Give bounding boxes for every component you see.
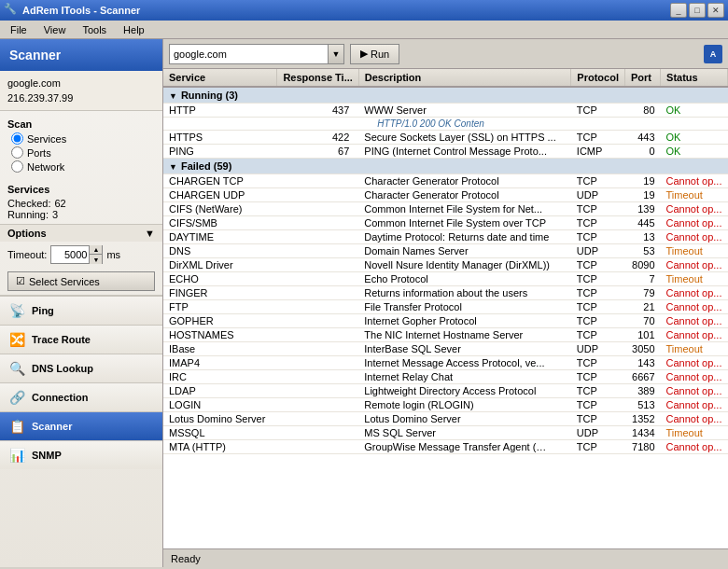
services-stats-section: Services Checked: 62 Running: 3 <box>0 176 162 224</box>
target-info: google.com 216.239.37.99 <box>0 71 162 111</box>
app-logo: A <box>704 45 722 63</box>
row-description: InterBase SQL Sever <box>358 342 571 356</box>
sidebar-title: Scanner <box>9 48 61 62</box>
scan-radio-services[interactable] <box>11 132 23 145</box>
menu-bar: File View Tools Help <box>0 21 728 39</box>
row-service: IBase <box>163 342 277 356</box>
menu-help[interactable]: Help <box>115 21 153 38</box>
row-status: Cannot op... <box>661 356 728 370</box>
trace-route-label: Trace Route <box>32 334 91 345</box>
row-status: Cannot op... <box>661 314 728 328</box>
url-dropdown-button[interactable]: ▼ <box>328 44 344 64</box>
row-protocol: TCP <box>571 398 625 412</box>
row-response <box>277 286 358 300</box>
table-row: ECHO Echo Protocol TCP 7 Timeout <box>163 272 728 286</box>
maximize-button[interactable]: □ <box>689 3 706 18</box>
scan-radio-ports[interactable] <box>11 146 23 159</box>
row-port: 79 <box>624 286 660 300</box>
menu-file[interactable]: File <box>2 21 35 38</box>
table-row: Lotus Domino Server Lotus Domino Server … <box>163 412 728 426</box>
scan-option-network[interactable]: Network <box>11 160 155 173</box>
table-group-row[interactable]: ▼Failed (59) <box>163 159 728 174</box>
row-response <box>277 370 358 384</box>
row-description: GroupWise Message Transfer Agent (… <box>358 440 571 454</box>
row-service: CHARGEN TCP <box>163 174 277 188</box>
results-table: Service Response Ti... Description Proto… <box>163 69 728 454</box>
minimize-button[interactable]: _ <box>670 3 687 18</box>
row-service: FTP <box>163 300 277 314</box>
scan-option-ports[interactable]: Ports <box>11 146 155 159</box>
sidebar-item-dns-lookup[interactable]: 🔍 DNS Lookup <box>0 354 162 382</box>
sidebar: Scanner google.com 216.239.37.99 Scan Se… <box>0 39 163 567</box>
table-row: LOGIN Remote login (RLOGIN) TCP 513 Cann… <box>163 398 728 412</box>
target-ip: 216.239.37.99 <box>7 90 155 105</box>
close-button[interactable]: ✕ <box>707 3 724 18</box>
timeout-down-button[interactable]: ▼ <box>89 255 102 264</box>
sidebar-item-trace-route[interactable]: 🔀 Trace Route <box>0 325 162 354</box>
timeout-input[interactable] <box>51 249 89 260</box>
row-port: 8090 <box>624 258 660 272</box>
sidebar-item-scanner[interactable]: 📋 Scanner <box>0 411 162 440</box>
row-status: OK <box>661 104 728 118</box>
row-status: Timeout <box>661 342 728 356</box>
row-protocol: TCP <box>571 440 625 454</box>
row-status: Cannot op... <box>661 300 728 314</box>
row-response: 437 <box>277 104 358 118</box>
select-services-button[interactable]: ☑ Select Services <box>7 271 155 291</box>
row-description: Daytime Protocol: Returns date and time <box>358 230 571 244</box>
url-input[interactable] <box>169 44 328 64</box>
row-response <box>277 244 358 258</box>
options-header[interactable]: Options ▼ <box>0 224 162 242</box>
row-protocol: TCP <box>571 174 625 188</box>
table-row: CHARGEN UDP Character Generator Protocol… <box>163 188 728 202</box>
options-chevron-icon: ▼ <box>145 228 155 239</box>
timeout-up-button[interactable]: ▲ <box>89 245 102 255</box>
trace-route-icon: 🔀 <box>7 330 26 349</box>
row-status: Cannot op... <box>661 440 728 454</box>
scan-label: Scan <box>7 118 155 130</box>
row-protocol: TCP <box>571 384 625 398</box>
row-service: MTA (HTTP) <box>163 440 277 454</box>
row-response <box>277 258 358 272</box>
table-row: HOSTNAMES The NIC Internet Hostname Serv… <box>163 328 728 342</box>
row-description: Common Internet File System over TCP <box>358 216 571 230</box>
row-response <box>277 426 358 440</box>
window-title: AdRem ITools - Scanner <box>22 5 670 16</box>
run-button[interactable]: ▶ Run <box>350 44 399 64</box>
menu-tools[interactable]: Tools <box>74 21 115 38</box>
row-protocol: TCP <box>571 286 625 300</box>
window-controls[interactable]: _ □ ✕ <box>670 3 724 18</box>
scan-radio-network[interactable] <box>11 160 23 173</box>
timeout-row: Timeout: ▲ ▼ ms <box>7 245 155 264</box>
main-container: Scanner google.com 216.239.37.99 Scan Se… <box>0 39 728 567</box>
row-service: DirXML Driver <box>163 258 277 272</box>
row-status: OK <box>661 145 728 159</box>
row-description: Returns information about the users <box>358 286 571 300</box>
dns-lookup-label: DNS Lookup <box>32 363 93 374</box>
options-content: Timeout: ▲ ▼ ms <box>0 242 162 268</box>
row-port: 3050 <box>624 342 660 356</box>
sidebar-item-snmp[interactable]: 📊 SNMP <box>0 440 162 469</box>
row-description: Domain Names Server <box>358 244 571 258</box>
row-protocol: TCP <box>571 412 625 426</box>
table-row: LDAP Lightweight Directory Access Protoc… <box>163 384 728 398</box>
row-service: IMAP4 <box>163 356 277 370</box>
row-port: 101 <box>624 328 660 342</box>
row-response <box>277 314 358 328</box>
row-status: Cannot op... <box>661 258 728 272</box>
sidebar-item-connection[interactable]: 🔗 Connection <box>0 382 162 411</box>
running-value: 3 <box>52 209 58 220</box>
sidebar-item-ping[interactable]: 📡 Ping <box>0 296 162 325</box>
timeout-label: Timeout: <box>7 249 47 260</box>
row-port: 19 <box>624 174 660 188</box>
scan-option-services[interactable]: Services <box>11 132 155 145</box>
row-description: Secure Sockets Layer (SSL) on HTTPS ... <box>358 131 571 145</box>
menu-view[interactable]: View <box>35 21 75 38</box>
table-container: Service Response Ti... Description Proto… <box>163 69 728 548</box>
row-description: Internet Message Access Protocol, ve... <box>358 356 571 370</box>
row-status: Cannot op... <box>661 216 728 230</box>
table-group-row[interactable]: ▼Running (3) <box>163 87 728 104</box>
row-description: HTTP/1.0 200 OK Conten <box>358 118 727 131</box>
scan-options: Services Ports Network <box>7 132 155 173</box>
target-hostname: google.com <box>7 76 155 90</box>
